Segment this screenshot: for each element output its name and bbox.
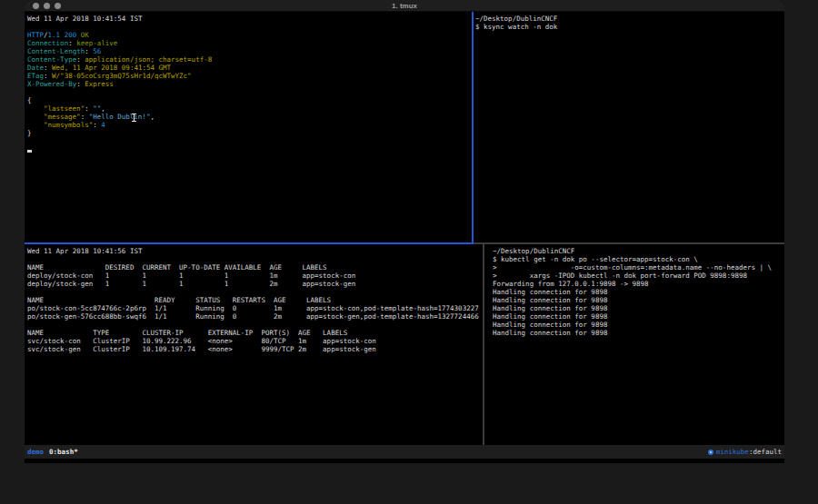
window-titlebar[interactable]: 1. tmux <box>25 0 784 12</box>
tmux-status-bar: demo 0:bash* minikube :default <box>25 445 784 459</box>
text-cursor <box>132 114 136 122</box>
http-status-line: HTTP/1.1 200 OK <box>27 31 472 39</box>
status-right: minikube :default <box>708 448 782 456</box>
kube-context: minikube <box>716 448 749 456</box>
http-header-line: X-Powered-By: Express <box>27 80 472 88</box>
json-close-brace: } <box>27 129 472 137</box>
http-header-line: Date: Wed, 11 Apr 2018 09:41:54 GMT <box>27 64 472 72</box>
pane-divider-vertical-active[interactable] <box>472 12 474 242</box>
cwd-line: ~/Desktop/DublinCNCF <box>475 15 784 23</box>
pane-ksync-watch[interactable]: ~/Desktop/DublinCNCF $ ksync watch -n do… <box>474 12 784 242</box>
pane-port-forward[interactable]: ~/Desktop/DublinCNCF $ kubectl get -n do… <box>484 244 784 445</box>
pane-kubectl-resources[interactable]: Wed 11 Apr 2018 10:41:56 IST NAME DESIRE… <box>25 244 483 445</box>
http-header-line: Connection: keep-alive <box>27 39 472 47</box>
window-tab[interactable]: 0:bash* <box>49 448 78 456</box>
http-header-line: Content-Type: application/json; charset=… <box>27 55 472 64</box>
kubernetes-icon <box>708 450 713 455</box>
timestamp-line: Wed 11 Apr 2018 10:41:54 IST <box>27 15 472 23</box>
pane-divider-horizontal-active[interactable] <box>25 242 474 244</box>
port-forward-output: ~/Desktop/DublinCNCF $ kubectl get -n do… <box>493 247 784 337</box>
cursor-line <box>27 145 472 153</box>
json-open-brace: { <box>27 96 472 104</box>
pane-divider-horizontal[interactable] <box>474 242 784 244</box>
command-line: $ ksync watch -n dok <box>475 23 784 31</box>
window-title: 1. tmux <box>25 2 784 10</box>
pane-divider-vertical-bottom[interactable] <box>483 244 484 445</box>
http-header-line: ETag: W/"38-05coCsrg3mQ75sHr1d/qcWTwYZc" <box>27 72 472 80</box>
json-entry: "lastseen": "", <box>27 104 472 113</box>
json-entry: "message": "Hello Dublin!", <box>27 113 472 121</box>
terminal-window: 1. tmux Wed 11 Apr 2018 10:41:54 IST HTT… <box>25 0 784 463</box>
http-header-line: Content-Length: 56 <box>27 47 472 55</box>
pane-http-response[interactable]: Wed 11 Apr 2018 10:41:54 IST HTTP/1.1 20… <box>25 12 472 242</box>
kubectl-resources-output: Wed 11 Apr 2018 10:41:56 IST NAME DESIRE… <box>27 247 483 353</box>
tmux-terminal: Wed 11 Apr 2018 10:41:54 IST HTTP/1.1 20… <box>25 12 784 445</box>
kube-namespace: :default <box>749 448 782 456</box>
session-name: demo <box>27 448 44 456</box>
json-entry: "numsymbols": 4 <box>27 121 472 129</box>
terminal-cursor <box>27 150 32 153</box>
